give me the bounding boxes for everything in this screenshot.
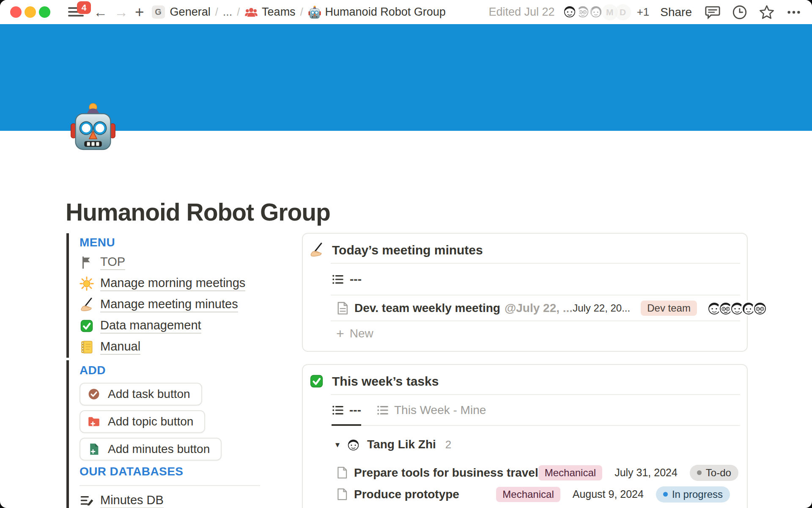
dev-team-tag: Dev team — [641, 301, 697, 316]
task-row-produce-prototype[interactable]: Produce prototype Mechanical August 9, 2… — [303, 483, 747, 505]
minutes-card-title: Today’s meeting minutes — [332, 243, 483, 257]
favorite-star-icon[interactable] — [759, 4, 775, 20]
due-date: July 31, 2024 — [614, 467, 678, 479]
menu-section: MENU TOP Manage morning meetings Manage … — [66, 233, 245, 358]
add-section: ADD Add task button Add topic button Add… — [66, 360, 222, 461]
list-view-icon — [332, 273, 344, 286]
sun-icon — [80, 276, 94, 291]
zoom-window-button[interactable] — [39, 6, 50, 18]
group-avatar — [346, 438, 360, 452]
check-box-icon — [80, 319, 94, 333]
page-cover[interactable] — [0, 24, 812, 131]
breadcrumb-separator: / — [237, 6, 240, 18]
add-topic-button[interactable]: Add topic button — [80, 410, 205, 433]
list-view-icon — [376, 404, 389, 417]
status-badge-todo: To-do — [690, 465, 738, 481]
menu-item-data-management[interactable]: Data management — [80, 315, 245, 337]
file-plus-icon — [87, 442, 101, 456]
menu-item-morning-meetings[interactable]: Manage morning meetings — [80, 273, 245, 294]
add-task-button[interactable]: Add task button — [80, 383, 202, 406]
group-count: 2 — [445, 438, 451, 451]
breadcrumb-separator: / — [300, 6, 303, 18]
teams-people-icon — [244, 6, 258, 19]
status-dot — [697, 470, 702, 475]
page-icon — [336, 466, 348, 479]
writing-hand-icon — [309, 243, 324, 257]
due-date: August 9, 2024 — [573, 488, 644, 500]
breadcrumb-collapsed[interactable]: ... — [223, 6, 233, 19]
avatar — [752, 301, 768, 316]
divider — [80, 485, 260, 486]
page-icon — [336, 488, 348, 501]
mechanical-tag: Mechanical — [538, 465, 602, 480]
writing-hand-icon — [80, 298, 94, 312]
sidebar-toggle-button[interactable]: 4 — [68, 5, 85, 19]
menu-item-manual[interactable]: Manual — [80, 337, 245, 358]
database-item-minutes-db[interactable]: Minutes DB — [80, 490, 260, 508]
notification-badge: 4 — [77, 1, 91, 14]
status-badge-in-progress: In progress — [656, 486, 730, 502]
add-minutes-button[interactable]: Add minutes button — [80, 438, 222, 461]
breadcrumb-general[interactable]: General — [170, 6, 211, 19]
breadcrumb-teams[interactable]: Teams — [244, 6, 296, 19]
add-heading: ADD — [80, 360, 222, 377]
check-box-icon — [309, 374, 324, 389]
close-window-button[interactable] — [10, 6, 22, 18]
last-edited-label: Edited Jul 22 — [489, 6, 555, 19]
more-options-icon[interactable] — [786, 4, 802, 20]
comments-icon[interactable] — [705, 4, 721, 20]
databases-heading: OUR DATABASES — [80, 461, 260, 478]
tab-this-week-mine[interactable]: This Week - Mine — [376, 403, 486, 426]
meeting-minutes-card: Today’s meeting minutes --- Dev. team we… — [302, 233, 748, 352]
plus-icon: + — [336, 327, 344, 340]
meeting-date: July 22, 20... — [573, 302, 630, 314]
tasks-view-tabs: --- This Week - Mine — [303, 395, 747, 426]
notion-window: 4 ← → + G General / ... / Teams / Humano… — [0, 0, 812, 508]
date-mention: @July 22, ... — [505, 301, 573, 315]
list-view-icon — [332, 404, 344, 417]
new-minutes-row-button[interactable]: + New — [303, 321, 747, 345]
menu-heading: MENU — [80, 233, 245, 249]
mechanical-tag: Mechanical — [496, 487, 560, 502]
databases-section: OUR DATABASES Minutes DB — [66, 461, 260, 508]
breadcrumb-separator: / — [215, 6, 218, 18]
window-titlebar: 4 ← → + G General / ... / Teams / Humano… — [0, 0, 812, 24]
tab-default-view[interactable]: --- — [332, 403, 361, 426]
status-dot — [663, 492, 668, 497]
breadcrumb-current-page[interactable]: Humanoid Robot Group — [308, 6, 446, 19]
menu-item-top[interactable]: TOP — [80, 252, 245, 273]
back-button[interactable]: ← — [93, 5, 107, 19]
tasks-card-header: This week’s tasks — [303, 365, 747, 394]
avatar — [562, 3, 579, 21]
flag-icon — [80, 255, 94, 270]
attendee-avatar-stack — [707, 301, 768, 316]
new-tab-button[interactable]: + — [135, 4, 144, 20]
task-check-icon — [87, 387, 101, 401]
avatar-overflow-count[interactable]: +1 — [637, 6, 650, 19]
collapse-caret-icon[interactable]: ▾ — [335, 439, 340, 450]
share-button[interactable]: Share — [660, 6, 692, 19]
group-header-tang-lik-zhi[interactable]: ▾ Tang Lik Zhi 2 — [303, 433, 747, 456]
minutes-view-tab[interactable]: --- — [303, 264, 747, 295]
weekly-tasks-card: This week’s tasks --- This Week - Mine ▾… — [302, 364, 748, 508]
updates-clock-icon[interactable] — [732, 4, 748, 20]
database-icon — [80, 494, 94, 508]
minutes-row-dev-team-weekly[interactable]: Dev. team weekly meeting @July 22, ... J… — [303, 295, 747, 320]
task-row-prepare-tools[interactable]: Prepare tools for business travel Mechan… — [303, 462, 747, 483]
folder-plus-icon — [87, 415, 101, 428]
presence-avatar-stack[interactable]: M D — [562, 3, 632, 21]
minutes-card-header: Today’s meeting minutes — [303, 234, 747, 263]
page-title[interactable]: Humanoid Robot Group — [66, 198, 330, 226]
notebook-icon — [80, 340, 94, 354]
workspace-chip[interactable]: G — [152, 6, 165, 19]
forward-button[interactable]: → — [114, 5, 128, 19]
titlebar-right-cluster: Edited Jul 22 M D +1 Share — [489, 3, 802, 21]
robot-emoji-icon — [308, 6, 321, 19]
menu-item-meeting-minutes[interactable]: Manage meeting minutes — [80, 294, 245, 315]
macos-traffic-lights — [10, 6, 50, 18]
document-icon — [336, 301, 349, 315]
minimize-window-button[interactable] — [25, 6, 36, 18]
page-robot-emoji-icon[interactable] — [70, 101, 116, 153]
tasks-card-title: This week’s tasks — [332, 374, 439, 389]
